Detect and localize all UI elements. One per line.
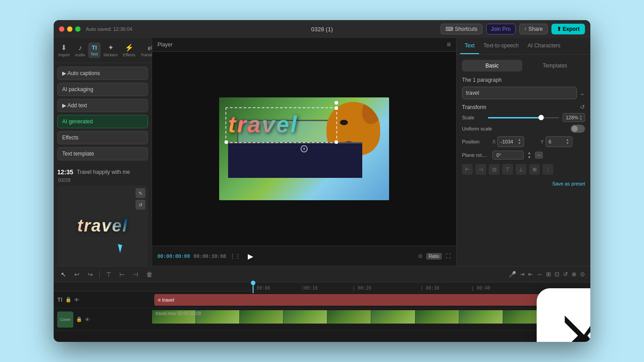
lock-icon[interactable]: 🔒	[65, 297, 72, 303]
uniform-scale-toggle[interactable]	[571, 125, 585, 133]
plane-rot-input[interactable]: 0°	[492, 151, 524, 160]
thumb-5	[327, 310, 371, 324]
tl-tool-4[interactable]: ⊞	[546, 271, 551, 278]
text-track-content: ≡ travel	[152, 291, 590, 308]
mic-icon[interactable]: 🎤	[509, 271, 516, 278]
tl-tool-2[interactable]: ⇤	[528, 271, 533, 278]
shortcuts-button[interactable]: ⌨ Shortcuts	[441, 24, 483, 34]
transform-reset-icon[interactable]: ↺	[580, 104, 585, 110]
text-icon: TI	[92, 44, 97, 51]
share-label: Share	[529, 26, 543, 32]
align-center-v-icon[interactable]: ⊥	[516, 164, 526, 175]
add-text-btn[interactable]: ▶ Add text	[57, 99, 148, 112]
select-tool[interactable]: ↖	[59, 270, 68, 279]
minimize-button[interactable]	[67, 26, 72, 32]
toolbar-audio[interactable]: ♪ Audio	[72, 42, 88, 59]
eye-icon[interactable]: 👁	[74, 297, 79, 303]
scale-row: Scale 128% ▲ ▼	[462, 113, 585, 122]
position-label: Position	[462, 139, 489, 144]
trim-left-tool[interactable]: ⊢	[118, 270, 127, 279]
tl-tool-8[interactable]: ⊙	[580, 271, 585, 278]
playhead-top	[251, 281, 255, 285]
basic-label: Basic	[486, 63, 499, 69]
scale-value[interactable]: 128% ▲ ▼	[563, 113, 585, 122]
maximize-button[interactable]	[75, 26, 80, 32]
video-lock-icon[interactable]: 🔒	[76, 316, 82, 322]
toolbar-text[interactable]: TI Text	[88, 42, 101, 58]
toolbar-import[interactable]: ⬇ Import	[55, 42, 72, 59]
center-anchor[interactable]	[301, 145, 308, 152]
tab-text-to-speech[interactable]: Text-to-speech	[479, 38, 523, 54]
tl-tool-7[interactable]: ⊗	[572, 271, 576, 278]
split-tool[interactable]: ⊤	[104, 270, 113, 279]
snapshot-icon[interactable]: ⊙	[418, 253, 423, 259]
tl-tool-5[interactable]: ⊡	[555, 271, 559, 278]
player-title: Player	[157, 42, 173, 48]
preview-refresh-icon[interactable]: ↺	[136, 200, 145, 210]
title-bar-right: ⌨ Shortcuts Join Pro ↑ Share ⬆ Export	[441, 24, 585, 34]
position-y-input[interactable]: 6 ▲ ▼	[546, 136, 572, 147]
export-button[interactable]: ⬆ Export	[551, 24, 585, 34]
timeline-toolbar: ↖ ↩ ↪ ⊤ ⊢ ⊣ 🗑 🎤 ⇥ ⇤ ↔ ⊞ ⊡ ↺ ⊗ ⊙	[54, 266, 590, 282]
traffic-lights	[59, 26, 80, 32]
auto-captions-btn[interactable]: ▶ Auto captions	[57, 67, 148, 80]
align-center-h-icon[interactable]: ⊣	[475, 164, 486, 175]
align-top-icon[interactable]: ⊤	[502, 164, 513, 175]
right-tabs: Text Text-to-speech AI Characters	[457, 38, 590, 55]
text-template-btn[interactable]: Text template	[57, 147, 148, 160]
tl-tool-1[interactable]: ⇥	[520, 271, 525, 278]
ai-packaging-btn[interactable]: AI packaging	[57, 83, 148, 96]
ai-generated-btn[interactable]: AI generated	[57, 115, 148, 128]
ruler-spacer	[54, 282, 152, 291]
text-track-bar[interactable]: ≡ travel	[154, 294, 588, 306]
tl-redo[interactable]: ↪	[86, 270, 95, 279]
toolbar-effects[interactable]: ⚡ Effects	[120, 42, 138, 59]
fullscreen-icon[interactable]: ⛶	[445, 253, 451, 259]
player-menu-icon[interactable]: ≡	[447, 41, 451, 49]
thumb-2	[196, 310, 239, 324]
playhead[interactable]	[253, 282, 254, 293]
paragraph-dropdown[interactable]: travel	[462, 87, 577, 99]
align-right-icon[interactable]: ⊡	[489, 164, 500, 175]
templates-tab[interactable]: Templates	[525, 60, 585, 72]
close-button[interactable]	[59, 26, 64, 32]
basic-tab[interactable]: Basic	[462, 60, 522, 72]
ruler-mark-0: | 00:00	[251, 286, 270, 290]
plane-rot-reset[interactable]: −	[535, 152, 543, 159]
scale-slider[interactable]	[488, 117, 559, 118]
preview-edit-icon[interactable]: ✎	[136, 188, 145, 198]
play-button[interactable]: ▶	[244, 250, 257, 262]
shortcuts-label: Shortcuts	[455, 26, 478, 32]
share-button[interactable]: ↑ Share	[519, 24, 548, 34]
video-track-row: Cover 🔒 👁 travel.mov 00:00:30:08	[54, 308, 590, 331]
tl-tool-3[interactable]: ↔	[537, 271, 542, 278]
effects-btn[interactable]: Effects	[57, 131, 148, 144]
join-pro-button[interactable]: Join Pro	[486, 24, 516, 34]
tab-ai-characters[interactable]: AI Characters	[523, 38, 565, 54]
export-icon: ⬆	[557, 26, 561, 32]
video-track-controls: Cover 🔒 👁	[54, 308, 152, 330]
video-track-bar[interactable]: travel.mov 00:00:30:08	[152, 310, 590, 324]
plane-rot-row: Plane rot.... 0° ▲ ▼ −	[462, 151, 585, 160]
align-left-icon[interactable]: ⊢	[462, 164, 473, 175]
video-eye-icon[interactable]: 👁	[85, 317, 90, 322]
align-distribute-icon[interactable]: ⋮	[542, 164, 553, 175]
tl-undo[interactable]: ↩	[72, 270, 81, 279]
trim-right-tool[interactable]: ⊣	[131, 270, 140, 279]
scale-thumb[interactable]	[538, 115, 544, 120]
center-panel: Player ≡	[152, 38, 456, 266]
title-bar-center: 0328 (1)	[311, 26, 333, 33]
align-icons-row: ⊢ ⊣ ⊡ ⊤ ⊥ ⊞ ⋮	[462, 164, 585, 175]
position-x-input[interactable]: -1034 ▲ ▼	[497, 136, 524, 147]
tl-tool-6[interactable]: ↺	[563, 271, 568, 278]
basic-templates-toggle: Basic Templates	[462, 60, 585, 72]
transform-header: Transform ↺	[462, 104, 585, 110]
dropdown-chevron[interactable]: ⌄	[580, 89, 585, 97]
toolbar-stickers[interactable]: ✦ Stickers	[101, 42, 120, 59]
tab-text[interactable]: Text	[460, 38, 479, 54]
save-preset-button[interactable]: Save as preset	[462, 179, 585, 188]
dropdown-value: travel	[466, 90, 479, 96]
align-bottom-icon[interactable]: ⊞	[529, 164, 540, 175]
text-track-controls: TI 🔒 👁	[54, 296, 152, 303]
delete-tool[interactable]: 🗑	[144, 270, 154, 279]
